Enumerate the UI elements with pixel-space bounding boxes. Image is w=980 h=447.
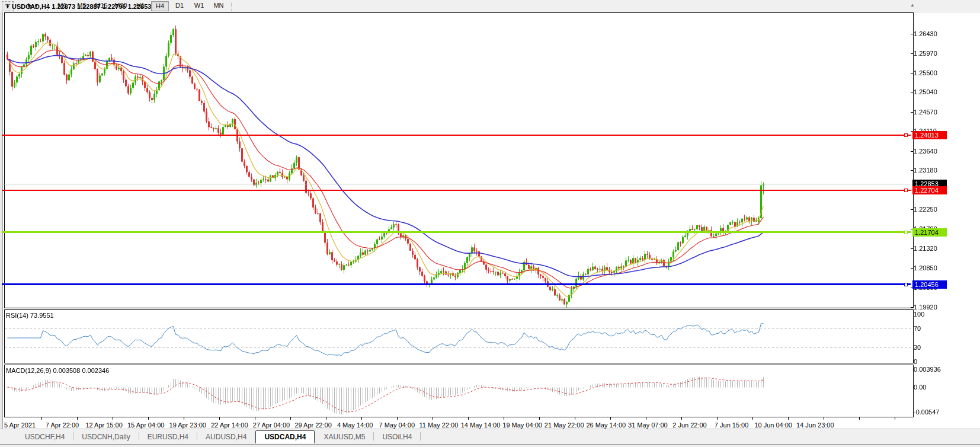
price-axis-label: 1.25500 (914, 69, 949, 77)
price-axis-tick (911, 92, 913, 92)
line-anchor-handle[interactable] (904, 133, 908, 137)
time-axis-label: 26 May 14:00 (586, 422, 626, 429)
time-axis-tick (397, 417, 398, 420)
time-axis-label: 27 Apr 04:00 (253, 422, 290, 429)
time-axis-label: 4 May 14:00 (337, 422, 373, 429)
price-axis-tick (911, 34, 913, 34)
time-axis-tick (504, 417, 504, 420)
time-axis-label: 7 Jun 15:00 (715, 422, 749, 429)
line-anchor-handle[interactable] (904, 189, 908, 192)
chart-tab-usdcad[interactable]: USDCAD,H4 (255, 430, 315, 443)
time-axis-label: 7 Apr 22:00 (46, 422, 79, 429)
timeframe-button-h4[interactable]: H4 (151, 1, 169, 11)
chart-tab-usdcnh[interactable]: USDCNH,Daily (73, 431, 138, 444)
chart-tab-bar: USDCHF,H4USDCNH,DailyEURUSD,H4AUDUSD,H4U… (0, 429, 980, 444)
price-axis-tick (911, 307, 913, 308)
macd-axis-label: 0.00 (914, 383, 949, 391)
price-axis-tick (911, 268, 913, 269)
time-axis-tick (433, 417, 433, 420)
time-axis-label: 31 May 07:00 (628, 422, 668, 429)
status-bar (0, 444, 980, 447)
price-chart-panel[interactable] (4, 12, 914, 308)
macd-axis-label: 0.003936 (914, 365, 949, 373)
time-axis-label: 2 Jun 22:00 (672, 422, 707, 429)
price-axis-tick (911, 248, 913, 249)
tab-separator (420, 432, 421, 440)
chart-window: 5 Apr 20217 Apr 22:0012 Apr 15:0015 Apr … (3, 12, 980, 429)
line-anchor-handle[interactable] (904, 231, 908, 234)
rsi-axis-label: 30 (914, 343, 949, 352)
macd-panel[interactable] (4, 365, 914, 417)
chart-tab-eurusd[interactable]: EURUSD,H4 (139, 431, 197, 444)
line-anchor-handle[interactable] (904, 283, 908, 286)
price-axis-tick (911, 209, 913, 210)
toolbar-grip[interactable] (231, 2, 233, 11)
mt4-window: T ▼ M1M5M15M30H1H4D1W1MN 5 Apr 20217 Apr… (0, 0, 980, 447)
time-axis-tick (575, 417, 575, 420)
price-axis-tick (911, 170, 913, 171)
chart-symbol-period: USDCAD,H4 (12, 3, 50, 10)
collapse-triangle-icon[interactable]: ▼ (5, 4, 10, 9)
price-tag-support: 1.21704 (912, 228, 947, 237)
time-axis-tick (681, 417, 682, 420)
price-axis-tick (911, 112, 913, 113)
time-axis-label: 7 May 04:00 (379, 422, 415, 429)
time-axis: 5 Apr 20217 Apr 22:0012 Apr 15:0015 Apr … (3, 417, 980, 429)
scroll-up-icon[interactable]: ▲ (910, 2, 915, 8)
price-line-resistance[interactable] (2, 190, 911, 191)
rsi-axis-label: 0 (914, 357, 949, 366)
chart-tab-usdchf[interactable]: USDCHF,H4 (17, 431, 73, 444)
chart-tab-usoil[interactable]: USOil,H4 (374, 431, 420, 444)
price-line-support[interactable] (2, 231, 911, 233)
time-axis-tick (539, 417, 540, 420)
time-axis-tick (859, 417, 860, 420)
price-axis-label: 1.23640 (914, 147, 949, 155)
timeframe-button-d1[interactable]: D1 (171, 1, 188, 11)
time-axis-tick (77, 417, 78, 420)
time-axis-tick (326, 417, 326, 420)
rsi-panel[interactable] (4, 309, 914, 363)
time-axis-tick (752, 417, 753, 420)
time-axis-label: 12 Apr 15:00 (85, 422, 122, 429)
time-axis-tick (219, 417, 220, 420)
rsi-axis-label: 70 (914, 324, 949, 333)
price-axis-label: 1.26430 (914, 30, 949, 38)
time-axis-tick (255, 417, 255, 420)
chart-title: ▼ USDCAD,H4 1.22873 1.22887 1.22796 1.22… (5, 3, 151, 10)
price-axis-label: 1.22250 (914, 205, 949, 213)
price-axis-tick (911, 73, 913, 74)
price-line-support[interactable] (2, 283, 911, 285)
time-axis-tick (824, 417, 824, 420)
rsi-indicator-label: RSI(14) 73.9551 (6, 312, 54, 319)
price-line-current-price[interactable] (2, 184, 911, 184)
time-axis-label: 29 Apr 22:00 (294, 422, 331, 429)
price-axis-label: 1.25970 (914, 49, 949, 58)
time-axis-tick (895, 417, 895, 420)
chart-tab-audusd[interactable]: AUDUSD,H4 (197, 431, 255, 444)
chart-tab-xauusd[interactable]: XAUUSD,M5 (315, 431, 373, 444)
price-tag-resistance: 1.24013 (912, 131, 947, 139)
time-axis-tick (361, 417, 362, 420)
price-axis-label: 1.23180 (914, 166, 949, 174)
time-axis-tick (646, 417, 646, 420)
timeframe-button-w1[interactable]: W1 (190, 1, 208, 11)
time-axis-tick (468, 417, 469, 420)
time-axis-tick (717, 417, 718, 420)
time-axis-tick (113, 417, 113, 420)
time-axis-label: 14 May 14:00 (461, 422, 501, 429)
price-axis-label: 1.21320 (914, 244, 949, 253)
macd-indicator-label: MACD(12,26,9) 0.003508 0.002346 (6, 367, 109, 374)
timeframe-button-mn[interactable]: MN (210, 1, 228, 11)
time-axis-label: 22 Apr 14:00 (211, 422, 248, 429)
price-line-resistance[interactable] (2, 135, 911, 136)
price-axis-tick (911, 53, 913, 54)
chart-ohlc-quotes: 1.22873 1.22887 1.22796 1.22853 (52, 3, 151, 10)
macd-axis-label: -0.00547 (914, 408, 949, 416)
price-axis-label: 1.20850 (914, 264, 949, 272)
price-axis-label: 1.24570 (914, 108, 949, 116)
time-axis-tick (788, 417, 789, 420)
rsi-axis-label: 100 (914, 310, 949, 318)
time-axis-tick (610, 417, 611, 420)
price-tag-support: 1.20456 (912, 280, 947, 289)
time-axis-tick (290, 417, 291, 420)
